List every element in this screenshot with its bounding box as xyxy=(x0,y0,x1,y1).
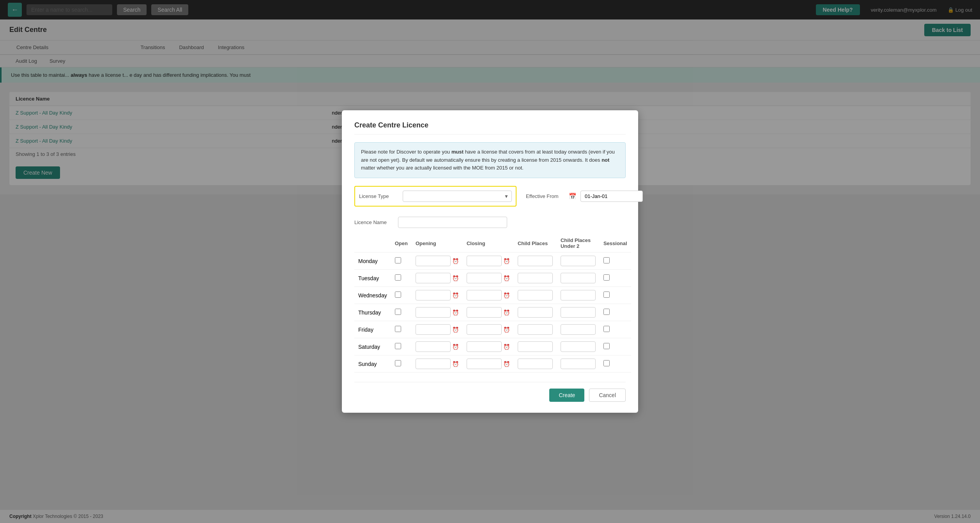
create-centre-licence-modal: Create Centre Licence Please note for Di… xyxy=(342,110,638,413)
monday-child-places-under2-input[interactable] xyxy=(561,256,596,266)
saturday-child-places-input[interactable] xyxy=(518,341,553,352)
child-places-under2-col-header: Child Places Under 2 xyxy=(557,234,600,253)
clock-icon: ⏰ xyxy=(452,309,459,316)
table-row: Monday ⏰ ⏰ xyxy=(354,253,631,270)
days-table-header-row: Open Opening Closing Child Places Child … xyxy=(354,234,631,253)
table-row: Wednesday ⏰ ⏰ xyxy=(354,287,631,304)
monday-open-checkbox[interactable] xyxy=(395,257,401,263)
clock-icon: ⏰ xyxy=(503,292,510,299)
monday-child-places-under2-cell xyxy=(557,253,600,270)
friday-child-places-input[interactable] xyxy=(518,324,553,335)
license-type-select-wrapper: ▼ xyxy=(403,191,512,202)
clock-icon: ⏰ xyxy=(503,361,510,367)
thursday-child-places-input[interactable] xyxy=(518,307,553,318)
day-saturday: Saturday xyxy=(354,338,391,355)
sunday-closing-input[interactable] xyxy=(467,359,502,369)
monday-child-places-cell xyxy=(514,253,557,270)
wednesday-opening-input[interactable] xyxy=(416,290,451,300)
license-type-select[interactable] xyxy=(403,191,512,202)
cancel-button[interactable]: Cancel xyxy=(589,389,626,402)
open-col-header: Open xyxy=(391,234,412,253)
table-row: Sunday ⏰ ⏰ xyxy=(354,355,631,373)
modal-footer: Create Cancel xyxy=(354,382,626,402)
must-text: must xyxy=(451,149,463,155)
clock-icon: ⏰ xyxy=(452,292,459,299)
license-type-wrapper: License Type ▼ xyxy=(354,186,517,207)
day-tuesday: Tuesday xyxy=(354,270,391,287)
thursday-child-places-under2-input[interactable] xyxy=(561,307,596,318)
friday-sessional-checkbox[interactable] xyxy=(603,326,610,332)
table-row: Saturday ⏰ ⏰ xyxy=(354,338,631,355)
tuesday-sessional-checkbox[interactable] xyxy=(603,274,610,281)
sunday-child-places-under2-input[interactable] xyxy=(561,359,596,369)
tuesday-opening-input[interactable] xyxy=(416,273,451,283)
wednesday-child-places-under2-input[interactable] xyxy=(561,290,596,300)
friday-open-checkbox[interactable] xyxy=(395,326,401,332)
modal-overlay: Create Centre Licence Please note for Di… xyxy=(0,0,980,523)
clock-icon: ⏰ xyxy=(503,309,510,316)
sunday-open-checkbox[interactable] xyxy=(395,360,401,366)
clock-icon: ⏰ xyxy=(452,327,459,333)
tuesday-open-checkbox[interactable] xyxy=(395,274,401,281)
monday-sessional-checkbox[interactable] xyxy=(603,257,610,263)
monday-closing-input[interactable] xyxy=(467,256,502,266)
effective-from-label: Effective From xyxy=(526,193,565,199)
monday-opening-input[interactable] xyxy=(416,256,451,266)
monday-child-places-input[interactable] xyxy=(518,256,553,266)
table-row: Friday ⏰ ⏰ xyxy=(354,321,631,338)
alert-info: Please note for Discover to operate you … xyxy=(354,142,626,178)
modal-title: Create Centre Licence xyxy=(354,121,626,134)
thursday-opening-input[interactable] xyxy=(416,307,451,318)
monday-sessional-cell xyxy=(600,253,631,270)
saturday-closing-input[interactable] xyxy=(467,341,502,352)
monday-open-cell xyxy=(391,253,412,270)
tuesday-closing-input[interactable] xyxy=(467,273,502,283)
closing-col-header: Closing xyxy=(463,234,514,253)
tuesday-child-places-under2-input[interactable] xyxy=(561,273,596,283)
not-text: not xyxy=(601,157,609,163)
wednesday-open-checkbox[interactable] xyxy=(395,292,401,298)
days-table: Open Opening Closing Child Places Child … xyxy=(354,234,631,373)
sessional-col-header: Sessional xyxy=(600,234,631,253)
effective-from-input[interactable] xyxy=(580,191,643,202)
thursday-open-checkbox[interactable] xyxy=(395,309,401,315)
sunday-opening-input[interactable] xyxy=(416,359,451,369)
calendar-icon[interactable]: 📅 xyxy=(569,193,577,200)
tuesday-child-places-input[interactable] xyxy=(518,273,553,283)
saturday-sessional-checkbox[interactable] xyxy=(603,343,610,349)
licence-name-input[interactable] xyxy=(398,217,507,228)
create-button[interactable]: Create xyxy=(549,389,584,402)
day-col-header xyxy=(354,234,391,253)
clock-icon: ⏰ xyxy=(503,344,510,350)
day-wednesday: Wednesday xyxy=(354,287,391,304)
licence-name-label: Licence Name xyxy=(354,219,393,225)
clock-icon: ⏰ xyxy=(452,258,459,264)
clock-icon: ⏰ xyxy=(452,344,459,350)
clock-icon: ⏰ xyxy=(452,275,459,281)
friday-closing-input[interactable] xyxy=(467,324,502,335)
monday-opening-cell: ⏰ xyxy=(412,253,463,270)
saturday-opening-input[interactable] xyxy=(416,341,451,352)
friday-opening-input[interactable] xyxy=(416,324,451,335)
wednesday-sessional-checkbox[interactable] xyxy=(603,292,610,298)
day-monday: Monday xyxy=(354,253,391,270)
thursday-sessional-checkbox[interactable] xyxy=(603,309,610,315)
clock-icon: ⏰ xyxy=(452,361,459,367)
wednesday-closing-input[interactable] xyxy=(467,290,502,300)
opening-col-header: Opening xyxy=(412,234,463,253)
sunday-sessional-checkbox[interactable] xyxy=(603,360,610,366)
friday-child-places-under2-input[interactable] xyxy=(561,324,596,335)
sunday-child-places-input[interactable] xyxy=(518,359,553,369)
licence-name-row: Licence Name xyxy=(354,217,517,228)
child-places-col-header: Child Places xyxy=(514,234,557,253)
saturday-child-places-under2-input[interactable] xyxy=(561,341,596,352)
monday-closing-cell: ⏰ xyxy=(463,253,514,270)
clock-icon: ⏰ xyxy=(503,258,510,264)
wednesday-child-places-input[interactable] xyxy=(518,290,553,300)
day-sunday: Sunday xyxy=(354,355,391,373)
day-friday: Friday xyxy=(354,321,391,338)
thursday-closing-input[interactable] xyxy=(467,307,502,318)
saturday-open-checkbox[interactable] xyxy=(395,343,401,349)
table-row: Tuesday ⏰ ⏰ xyxy=(354,270,631,287)
license-type-label: License Type xyxy=(359,193,398,199)
